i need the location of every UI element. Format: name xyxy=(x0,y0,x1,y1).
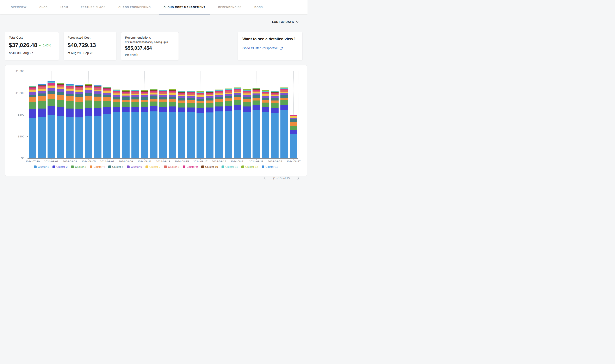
bar-segment-cluster-3[interactable] xyxy=(38,101,46,109)
bar-segment-cluster-3[interactable] xyxy=(178,103,185,107)
bar-segment-cluster-1[interactable] xyxy=(169,112,176,158)
bar-segment-cluster-7[interactable] xyxy=(215,93,223,95)
bar-segment-cluster-1[interactable] xyxy=(38,117,46,158)
bar-2024-08-06[interactable] xyxy=(94,85,101,158)
bar-2024-08-05[interactable] xyxy=(85,84,92,158)
bar-segment-cluster-2[interactable] xyxy=(103,107,111,114)
bar-2024-08-08[interactable] xyxy=(113,90,120,158)
legend-item-cluster-11[interactable]: Cluster 11 xyxy=(222,165,238,168)
bar-segment-cluster-2[interactable] xyxy=(131,107,139,112)
bar-segment-cluster-2[interactable] xyxy=(169,106,176,112)
bar-segment-cluster-1[interactable] xyxy=(103,114,111,158)
bar-segment-cluster-4[interactable] xyxy=(234,97,241,100)
bar-segment-cluster-3[interactable] xyxy=(243,102,251,106)
bar-segment-cluster-6[interactable] xyxy=(75,92,83,94)
pagination-prev-button[interactable] xyxy=(263,176,267,181)
bar-segment-cluster-3[interactable] xyxy=(271,103,279,108)
bar-segment-cluster-5[interactable] xyxy=(122,97,130,100)
bar-2024-08-18[interactable] xyxy=(206,91,213,158)
bar-segment-cluster-2[interactable] xyxy=(85,108,92,116)
bar-segment-cluster-6[interactable] xyxy=(94,91,101,94)
bar-segment-cluster-7[interactable] xyxy=(131,94,139,95)
tab-dependencies[interactable]: DEPENDENCIES xyxy=(213,0,247,14)
bar-segment-cluster-5[interactable] xyxy=(280,95,288,98)
bar-segment-cluster-7[interactable] xyxy=(57,88,64,89)
bar-segment-cluster-3[interactable] xyxy=(196,103,204,108)
bar-segment-cluster-8[interactable] xyxy=(94,88,101,90)
bar-segment-cluster-4[interactable] xyxy=(75,97,83,102)
bar-segment-cluster-3[interactable] xyxy=(187,103,195,107)
bar-segment-cluster-7[interactable] xyxy=(187,95,195,96)
legend-item-cluster-3[interactable]: Cluster 3 xyxy=(71,165,86,168)
bar-segment-cluster-2[interactable] xyxy=(48,106,55,115)
bar-segment-cluster-4[interactable] xyxy=(290,122,297,126)
bar-segment-cluster-5[interactable] xyxy=(243,97,251,99)
bar-segment-cluster-6[interactable] xyxy=(187,96,195,98)
bar-segment-cluster-1[interactable] xyxy=(271,113,279,158)
bar-segment-cluster-6[interactable] xyxy=(234,93,241,95)
bar-segment-cluster-2[interactable] xyxy=(141,107,148,112)
bar-segment-cluster-6[interactable] xyxy=(196,97,204,99)
bar-segment-cluster-7[interactable] xyxy=(280,92,288,93)
bar-segment-cluster-5[interactable] xyxy=(150,96,157,99)
bar-segment-cluster-2[interactable] xyxy=(29,109,36,118)
bar-segment-cluster-5[interactable] xyxy=(252,95,260,98)
bar-segment-cluster-6[interactable] xyxy=(252,93,260,95)
legend-item-cluster-13[interactable]: Cluster 13 xyxy=(262,165,278,168)
bar-segment-cluster-3[interactable] xyxy=(75,102,83,109)
bar-segment-cluster-5[interactable] xyxy=(29,95,36,97)
bar-segment-cluster-7[interactable] xyxy=(252,92,260,94)
bar-segment-cluster-5[interactable] xyxy=(66,94,74,97)
bar-segment-cluster-4[interactable] xyxy=(225,98,232,101)
bar-2024-08-23[interactable] xyxy=(252,88,260,158)
bar-2024-07-30[interactable] xyxy=(29,86,36,158)
bar-segment-cluster-7[interactable] xyxy=(243,93,251,95)
bar-segment-cluster-4[interactable] xyxy=(243,99,251,102)
bar-segment-cluster-1[interactable] xyxy=(243,112,251,158)
bar-segment-cluster-7[interactable] xyxy=(234,92,241,93)
bar-segment-cluster-3[interactable] xyxy=(150,102,157,106)
bar-segment-cluster-1[interactable] xyxy=(141,112,148,158)
bar-segment-cluster-5[interactable] xyxy=(38,93,46,96)
bar-segment-cluster-1[interactable] xyxy=(206,112,213,158)
bar-segment-cluster-3[interactable] xyxy=(141,102,148,107)
bar-segment-cluster-6[interactable] xyxy=(262,96,269,98)
bar-segment-cluster-2[interactable] xyxy=(187,107,195,112)
bar-segment-cluster-3[interactable] xyxy=(103,101,111,107)
bar-2024-08-13[interactable] xyxy=(159,90,167,158)
bar-segment-cluster-4[interactable] xyxy=(187,100,195,103)
bar-2024-08-21[interactable] xyxy=(234,88,241,158)
bar-segment-cluster-5[interactable] xyxy=(206,98,213,101)
bar-2024-08-24[interactable] xyxy=(262,90,269,158)
bar-segment-cluster-5[interactable] xyxy=(178,98,185,101)
bar-2024-08-16[interactable] xyxy=(187,91,195,158)
bar-2024-07-31[interactable] xyxy=(38,84,46,158)
bar-segment-cluster-5[interactable] xyxy=(159,97,167,99)
bar-segment-cluster-7[interactable] xyxy=(169,93,176,95)
bar-2024-08-01[interactable] xyxy=(48,81,55,158)
bar-segment-cluster-2[interactable] xyxy=(243,106,251,112)
bar-segment-cluster-7[interactable] xyxy=(66,89,74,91)
bar-segment-cluster-6[interactable] xyxy=(57,89,64,92)
bar-2024-08-25[interactable] xyxy=(271,91,279,158)
tab-cloud-cost-management[interactable]: CLOUD COST MANAGEMENT xyxy=(159,0,210,14)
bar-2024-08-26[interactable] xyxy=(280,88,288,158)
bar-segment-cluster-6[interactable] xyxy=(29,92,36,94)
bar-segment-cluster-3[interactable] xyxy=(280,100,288,105)
bar-segment-cluster-7[interactable] xyxy=(196,95,204,97)
bar-segment-cluster-1[interactable] xyxy=(290,134,297,158)
bar-segment-cluster-6[interactable] xyxy=(271,96,279,98)
bar-segment-cluster-3[interactable] xyxy=(159,102,167,107)
bar-2024-08-20[interactable] xyxy=(225,89,232,158)
bar-segment-cluster-5[interactable] xyxy=(234,95,241,97)
bar-segment-cluster-5[interactable] xyxy=(85,93,92,96)
legend-item-cluster-4[interactable]: Cluster 4 xyxy=(90,165,105,168)
bar-segment-cluster-8[interactable] xyxy=(66,88,74,89)
bar-segment-cluster-2[interactable] xyxy=(178,107,185,112)
bar-segment-cluster-2[interactable] xyxy=(75,109,83,117)
legend-item-cluster-1[interactable]: Cluster 1 xyxy=(34,165,49,168)
legend-item-cluster-5[interactable]: Cluster 5 xyxy=(108,165,123,168)
bar-segment-cluster-3[interactable] xyxy=(85,101,92,108)
bar-segment-cluster-4[interactable] xyxy=(280,98,288,100)
cluster-perspective-link[interactable]: Go to Cluster Perspective xyxy=(242,46,298,50)
